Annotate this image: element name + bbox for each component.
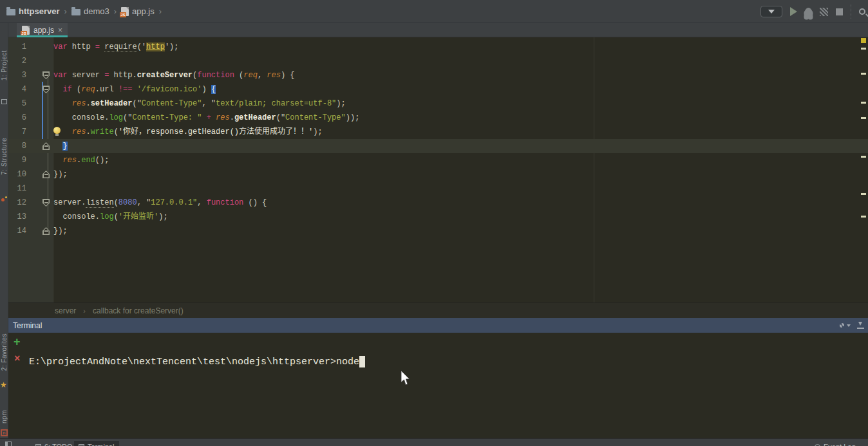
search-icon[interactable]	[859, 8, 865, 15]
statusbar-label: 6: TODO	[44, 441, 73, 446]
code-line[interactable]: 6 console.log("Content-Type: " + res.get…	[8, 111, 868, 125]
line-number: 3	[8, 68, 26, 82]
terminal-title: Terminal	[13, 321, 42, 330]
code-text: });	[53, 167, 68, 181]
gear-icon[interactable]	[840, 323, 844, 328]
stripe-warning-mark[interactable]	[861, 102, 866, 104]
breadcrumb-project[interactable]: httpserver	[6, 6, 60, 16]
fold-down-icon[interactable]	[42, 86, 50, 93]
chevron-down-icon	[847, 324, 851, 327]
tab-label: app.js	[33, 26, 54, 35]
breadcrumb-callback[interactable]: callback for createServer()	[93, 306, 184, 315]
code-editor[interactable]: 1var http = require('http');23var server…	[8, 37, 868, 302]
statusbar-label: Terminal	[88, 441, 115, 446]
statusbar-item-terminal[interactable]: Terminal	[74, 441, 119, 446]
terminal-text: E:\projectAndNote\nextTencent\test\nodej…	[29, 357, 359, 367]
code-text: var http = require('http');	[53, 40, 178, 54]
sidebar-item-npm[interactable]: npm	[1, 410, 8, 423]
breadcrumb-label: app.js	[132, 6, 155, 16]
code-line[interactable]: 13 console.log('开始监听');	[8, 210, 868, 224]
close-session-icon[interactable]: ×	[14, 353, 20, 364]
code-line[interactable]: 3var server = http.createServer(function…	[8, 68, 868, 82]
run-config-dropdown[interactable]	[760, 6, 782, 17]
code-text: console.log("Content-Type: " + res.getHe…	[53, 111, 359, 125]
debug-button[interactable]	[805, 8, 812, 16]
sidebar-item-project[interactable]: 1: Project	[1, 50, 8, 80]
line-number: 4	[8, 82, 26, 97]
line-number: 5	[8, 97, 26, 111]
code-line[interactable]: 7 res.write('你好，response.getHeader()方法使用…	[8, 125, 868, 139]
project-icon	[1, 99, 7, 104]
folder-icon	[71, 9, 80, 15]
code-line[interactable]: 4 if (req.url !== '/favicon.ico') {	[8, 82, 868, 97]
breadcrumb-folder[interactable]: demo3	[71, 6, 109, 16]
stripe-warning-mark[interactable]	[861, 117, 866, 119]
stripe-warning-mark[interactable]	[861, 48, 866, 50]
breadcrumb-server[interactable]: server	[55, 306, 76, 315]
fold-up-icon[interactable]	[42, 171, 50, 178]
inspection-status-icon[interactable]	[861, 38, 866, 43]
favorites-star-icon: ★	[0, 381, 7, 389]
code-text: server.listen(8080, "127.0.0.1", functio…	[53, 196, 267, 210]
line-number: 7	[8, 125, 26, 139]
terminal-cursor	[359, 356, 365, 367]
code-line[interactable]: 9 res.end();	[8, 153, 868, 167]
chevron-right-icon: ›	[81, 307, 88, 315]
sidebar-item-favorites[interactable]: 2: Favorites	[1, 333, 8, 371]
breadcrumb-file[interactable]: app.js	[121, 6, 155, 16]
code-text: res.write('你好，response.getHeader()方法使用成功…	[53, 125, 323, 139]
run-controls	[760, 0, 868, 23]
line-number: 8	[8, 139, 26, 153]
terminal-prompt-line[interactable]: E:\projectAndNote\nextTencent\test\nodej…	[29, 356, 365, 367]
statusbar-label: Event Log	[824, 441, 856, 446]
code-line[interactable]: 1var http = require('http');	[8, 40, 868, 54]
code-text: });	[53, 224, 68, 238]
stripe-warning-mark[interactable]	[861, 156, 866, 158]
coverage-button[interactable]	[820, 8, 828, 16]
line-number: 9	[8, 153, 26, 167]
code-line[interactable]: 12server.listen(8080, "127.0.0.1", funct…	[8, 196, 868, 210]
run-button[interactable]	[790, 7, 797, 16]
fold-down-icon[interactable]	[42, 71, 50, 79]
add-session-icon[interactable]: +	[14, 336, 21, 348]
main-area: app.js × 1var http = require('http');23v…	[8, 23, 868, 438]
code-text: var server = http.createServer(function …	[53, 68, 295, 82]
stripe-warning-mark[interactable]	[861, 73, 866, 75]
chevron-right-icon: ›	[62, 6, 69, 16]
code-text: }	[53, 139, 68, 153]
tool-window-switcher-icon[interactable]	[5, 441, 12, 446]
statusbar-item-event-log[interactable]: Event Log	[810, 441, 860, 446]
fold-up-icon[interactable]	[42, 227, 50, 235]
fold-down-icon[interactable]	[42, 199, 50, 207]
tab-app-js[interactable]: app.js ×	[17, 23, 68, 37]
terminal-header[interactable]: Terminal	[8, 318, 868, 333]
code-line[interactable]: 14});	[8, 224, 868, 238]
code-lines[interactable]: 1var http = require('http');23var server…	[8, 40, 868, 238]
breadcrumb-label: httpserver	[19, 6, 60, 16]
hide-icon[interactable]	[857, 322, 864, 329]
ide-window: httpserver › demo3 › app.js › 1: Pr	[0, 0, 868, 446]
statusbar-item-todo[interactable]: 6: TODO	[31, 441, 77, 446]
code-line[interactable]: 5 res.setHeader("Content-Type", "text/pl…	[8, 97, 868, 111]
fold-up-icon[interactable]	[42, 142, 50, 150]
js-file-icon	[22, 26, 30, 35]
status-bar: 6: TODO Terminal Event Log	[0, 438, 868, 446]
close-icon[interactable]: ×	[58, 26, 62, 34]
code-line[interactable]: 8 }	[8, 139, 868, 153]
stop-button[interactable]	[836, 8, 843, 15]
stripe-warning-mark[interactable]	[861, 216, 866, 218]
terminal-header-icons	[840, 318, 864, 333]
code-line[interactable]: 11	[8, 181, 868, 196]
error-stripe	[859, 37, 868, 302]
line-number: 2	[8, 54, 26, 68]
terminal-panel[interactable]: + × E:\projectAndNote\nextTencent\test\n…	[8, 333, 868, 438]
chevron-down-icon	[768, 10, 775, 14]
event-log-icon	[815, 444, 820, 446]
chevron-right-icon: ›	[157, 6, 164, 16]
sidebar-item-structure[interactable]: 7: Structure	[1, 138, 8, 175]
code-line[interactable]: 2	[8, 54, 868, 68]
line-number: 10	[8, 167, 26, 181]
code-line[interactable]: 10});	[8, 167, 868, 181]
stripe-warning-mark[interactable]	[861, 193, 866, 195]
toolbar-separator	[851, 5, 851, 19]
